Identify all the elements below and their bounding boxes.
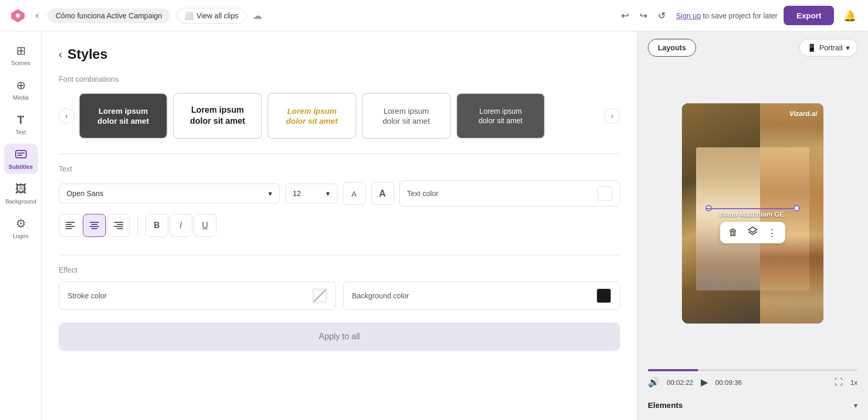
font-combo-text-4: Lorem ipsumdolor sit amet — [383, 106, 430, 126]
refresh-button[interactable]: ↺ — [654, 7, 670, 25]
styles-title: Styles — [68, 46, 108, 62]
format-group: B I U — [145, 214, 216, 237]
font-combo-text-1: Lorem ipsumdolor sit amet — [97, 106, 149, 126]
underline-button[interactable]: U — [193, 214, 216, 237]
text-section-label: Text — [59, 165, 620, 173]
styles-header: ‹ Styles — [42, 31, 637, 71]
cloud-icon[interactable]: ☁ — [253, 10, 262, 21]
playback-controls: 🔊 00:02:22 ▶ 00:09:36 ⛶ 1x — [637, 365, 868, 395]
sidebar-item-media[interactable]: ⊕ Media — [4, 74, 38, 105]
font-combo-card-2[interactable]: Lorem ipsumdolor sit amet — [173, 93, 262, 139]
project-name-button[interactable]: Cómo funciona Active Campaign — [47, 8, 170, 23]
progress-bar[interactable] — [648, 369, 858, 371]
font-family-select[interactable]: Open Sans ▾ — [59, 184, 280, 203]
export-button[interactable]: Export — [784, 6, 834, 25]
font-combo-card-1[interactable]: Lorem ipsumdolor sit amet — [79, 93, 168, 139]
font-family-chevron: ▾ — [268, 189, 272, 198]
redo-button[interactable]: ↪ — [635, 7, 652, 25]
svg-rect-11 — [91, 228, 97, 229]
font-combinations-label: Font combinations — [59, 75, 620, 83]
portrait-selector[interactable]: 📱 Portrait ▾ — [799, 39, 858, 57]
text-section: Text Open Sans ▾ 12 ▾ A A Text col — [42, 154, 637, 255]
font-combo-list: Lorem ipsumdolor sit amet Lorem ipsumdol… — [74, 91, 604, 141]
topbar: ‹ Cómo funciona Active Campaign ⬜ View a… — [0, 0, 868, 31]
font-combo-card-5[interactable]: Lorem ipsumdolor sit amet — [456, 93, 545, 139]
right-panel-tabs: Layouts — [648, 39, 696, 57]
undo-button[interactable]: ↩ — [617, 7, 633, 25]
left-sidebar: ⊞ Scenes ⊕ Media T Text Subtitles 🖼 Back… — [0, 31, 42, 420]
layouts-tab[interactable]: Layouts — [648, 39, 696, 57]
main-layout: ⊞ Scenes ⊕ Media T Text Subtitles 🖼 Back… — [0, 31, 868, 420]
video-layers-button[interactable] — [747, 226, 758, 239]
topbar-back-button[interactable]: ‹ — [34, 8, 41, 23]
stroke-color-card[interactable]: Stroke color — [59, 282, 336, 310]
subtitle-handle-right[interactable] — [794, 205, 800, 211]
view-all-clips-button[interactable]: ⬜ View all clips — [177, 8, 246, 24]
svg-rect-2 — [17, 153, 25, 154]
portrait-chevron: ▾ — [846, 44, 850, 52]
video-more-button[interactable]: ⋮ — [767, 227, 777, 239]
background-color-card[interactable]: Background color — [343, 282, 621, 310]
apply-section: Apply to all — [42, 322, 637, 368]
elements-chevron: ▾ — [854, 401, 858, 410]
video-delete-button[interactable]: 🗑 — [729, 227, 738, 238]
bold-icon: B — [154, 221, 160, 230]
sidebar-item-text[interactable]: T Text — [4, 109, 38, 139]
svg-rect-3 — [17, 155, 23, 156]
align-right-button[interactable] — [107, 214, 130, 237]
font-combinations-row: ‹ Lorem ipsumdolor sit amet Lorem ipsumd… — [59, 91, 620, 141]
text-color-picker[interactable]: Text color — [399, 180, 621, 207]
align-left-button[interactable] — [59, 214, 82, 237]
font-combo-card-3[interactable]: Lorem ipsumdolor sit amet — [267, 93, 356, 139]
speed-selector[interactable]: 1x — [850, 379, 858, 386]
styles-back-button[interactable]: ‹ — [59, 48, 62, 60]
decrease-font-icon: A — [351, 189, 356, 198]
sidebar-item-subtitles[interactable]: Subtitles — [4, 144, 38, 174]
app-logo — [8, 6, 27, 25]
media-label: Media — [13, 94, 29, 101]
bold-button[interactable]: B — [145, 214, 168, 237]
font-size-select[interactable]: 12 ▾ — [285, 184, 338, 203]
font-combo-card-4[interactable]: Lorem ipsumdolor sit amet — [362, 93, 451, 139]
film-strip-icon: ⬜ — [185, 12, 193, 20]
svg-rect-15 — [117, 228, 123, 229]
notification-bell-button[interactable]: 🔔 — [840, 6, 860, 25]
project-name-label: Cómo funciona Active Campaign — [56, 12, 162, 20]
increase-font-button[interactable]: A — [371, 182, 394, 205]
font-combo-prev-button[interactable]: ‹ — [59, 108, 74, 124]
apply-to-all-button[interactable]: Apply to all — [59, 322, 620, 351]
volume-button[interactable]: 🔊 — [648, 376, 659, 388]
font-combinations-section: Font combinations ‹ Lorem ipsumdolor sit… — [42, 71, 637, 154]
italic-button[interactable]: I — [169, 214, 192, 237]
portrait-label: Portrait — [819, 44, 843, 52]
sidebar-item-background[interactable]: 🖼 Background — [4, 178, 38, 209]
align-format-row: B I U — [59, 214, 620, 237]
effect-section: Effect Stroke color Background color — [42, 255, 637, 322]
effect-label: Effect — [59, 266, 620, 274]
scenes-icon: ⊞ — [16, 44, 26, 58]
svg-rect-4 — [66, 222, 75, 223]
font-combo-next-button[interactable]: › — [604, 108, 620, 124]
background-color-swatch — [596, 288, 611, 303]
subtitle-text: como Mailchiam GE. — [719, 210, 786, 218]
media-icon: ⊕ — [16, 79, 26, 92]
signup-link[interactable]: Sign up — [676, 12, 701, 20]
sidebar-item-scenes[interactable]: ⊞ Scenes — [4, 40, 38, 70]
right-panel-header: Layouts 📱 Portrait ▾ — [637, 31, 868, 62]
text-icon: T — [17, 113, 24, 127]
svg-rect-5 — [66, 224, 72, 225]
elements-title: Elements — [648, 401, 683, 410]
decrease-font-button[interactable]: A — [343, 182, 366, 205]
underline-icon: U — [202, 221, 208, 230]
align-center-button[interactable] — [83, 214, 106, 237]
stroke-color-swatch — [312, 288, 327, 303]
subtitles-label: Subtitles — [8, 164, 32, 170]
signup-text: Sign up to save project for later — [676, 12, 778, 20]
play-button[interactable]: ▶ — [701, 376, 708, 388]
sidebar-item-logos[interactable]: ⚙ Logos — [4, 213, 38, 243]
fullscreen-button[interactable]: ⛶ — [834, 378, 843, 387]
font-size-chevron: ▾ — [326, 189, 330, 198]
elements-header[interactable]: Elements ▾ — [648, 395, 858, 415]
effect-row: Stroke color Background color — [59, 282, 620, 310]
video-preview: Vizard.ai como Mailchiam GE. 🗑 — [682, 103, 823, 324]
